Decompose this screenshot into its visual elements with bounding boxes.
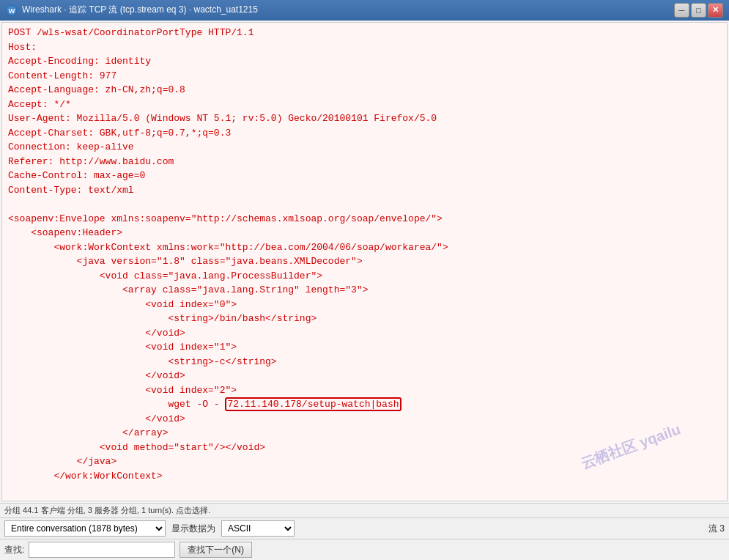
search-label: 查找: [4,544,24,556]
search-bar: 查找: 查找下一个(N) [0,539,729,560]
packet-content-area[interactable]: POST /wls-wsat/CoordinatorPortType HTTP/… [1,22,728,501]
title-bar-left: W Wireshark · 追踪 TCP 流 (tcp.stream eq 3)… [6,4,258,16]
status-text: 分组 44.1 客户端 分组, 3 服务器 分组, 1 turn(s). 点击选… [4,506,210,515]
find-next-button[interactable]: 查找下一个(N) [180,542,252,558]
window-title: Wireshark · 追踪 TCP 流 (tcp.stream eq 3) ·… [22,4,258,16]
display-as-dropdown[interactable]: ASCII UTF-8 HEX Binary [221,520,295,537]
status-bar: 分组 44.1 客户端 分组, 3 服务器 分组, 1 turn(s). 点击选… [0,503,729,517]
search-input[interactable] [29,542,175,558]
main-window: POST /wls-wsat/CoordinatorPortType HTTP/… [0,21,729,560]
maximize-button[interactable]: □ [691,3,706,18]
controls-area: Entire conversation (1878 bytes) 显示数据为 A… [0,517,729,539]
flow-label: 流 3 [708,523,725,535]
packet-data[interactable]: POST /wls-wsat/CoordinatorPortType HTTP/… [2,23,727,501]
title-bar-controls[interactable]: ─ □ ✕ [674,3,723,18]
conversation-dropdown[interactable]: Entire conversation (1878 bytes) [4,520,166,537]
title-bar: W Wireshark · 追踪 TCP 流 (tcp.stream eq 3)… [0,0,729,21]
app-icon: W [6,4,18,16]
svg-text:W: W [9,7,15,15]
close-button[interactable]: ✕ [708,3,723,18]
minimize-button[interactable]: ─ [674,3,689,18]
display-as-label: 显示数据为 [171,523,215,535]
